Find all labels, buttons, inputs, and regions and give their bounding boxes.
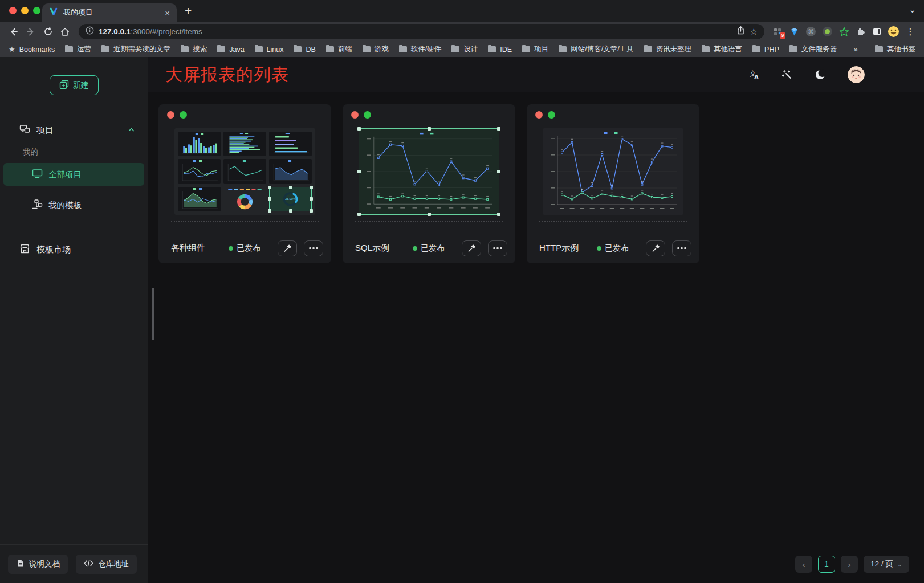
- bookmark-folder[interactable]: 网站/博客/文章/工具: [553, 44, 638, 54]
- sidebar-item-template-market[interactable]: 模板市场: [0, 237, 148, 263]
- page-size-select[interactable]: 12 / 页 ⌄: [864, 556, 909, 573]
- project-card[interactable]: SQL示例 已发布: [343, 104, 515, 263]
- reload-button[interactable]: [40, 24, 56, 40]
- site-info-icon[interactable]: [86, 26, 94, 37]
- bookmarks-manager[interactable]: ★ Bookmarks: [3, 45, 60, 54]
- status-dot: [413, 246, 417, 251]
- macos-close-button[interactable]: [9, 7, 17, 14]
- macos-minimize-button[interactable]: [21, 7, 29, 14]
- macos-zoom-button[interactable]: [33, 7, 40, 14]
- edit-button[interactable]: [646, 240, 665, 256]
- extension-gem-icon[interactable]: [787, 24, 802, 39]
- selection-handle[interactable]: [310, 209, 313, 213]
- bookmark-folder[interactable]: Java: [212, 46, 249, 54]
- scrollbar-thumb[interactable]: [152, 288, 154, 340]
- folder-icon: [559, 46, 567, 52]
- sidebar-group-projects[interactable]: 项目: [0, 117, 148, 142]
- pagination: ‹ 1 › 12 / 页 ⌄: [795, 556, 909, 573]
- bookmark-folder[interactable]: 设计: [446, 44, 483, 54]
- tab-close-icon[interactable]: ×: [165, 9, 170, 17]
- next-page-button[interactable]: ›: [841, 556, 858, 573]
- chevron-up-icon[interactable]: [128, 125, 135, 135]
- folder-icon: [702, 46, 710, 52]
- bookmark-folder[interactable]: 文件服务器: [784, 44, 842, 54]
- selection-handle[interactable]: [310, 197, 313, 201]
- bookmark-folder[interactable]: Linux: [250, 46, 289, 54]
- folder-icon: [752, 46, 760, 52]
- project-thumbnail[interactable]: [543, 128, 683, 215]
- selection-handle[interactable]: [268, 209, 271, 213]
- more-button[interactable]: [304, 240, 323, 256]
- bookmarks-overflow-icon[interactable]: »: [849, 45, 862, 54]
- project-thumbnail[interactable]: 25.00%: [174, 128, 315, 215]
- forward-button[interactable]: [23, 24, 39, 40]
- address-bar[interactable]: 127.0.0.1:3000/#/project/items ☆: [79, 24, 764, 39]
- bookmark-folder[interactable]: PHP: [747, 46, 784, 54]
- bookmark-folder[interactable]: DB: [288, 46, 320, 54]
- project-card[interactable]: 25.00% 各种组件 已发布: [158, 104, 331, 263]
- prev-page-button[interactable]: ‹: [795, 556, 812, 573]
- selection-handle[interactable]: [268, 186, 271, 189]
- bookmark-folder[interactable]: 项目: [517, 44, 553, 54]
- docs-button[interactable]: 说明文档: [8, 555, 68, 574]
- selection-handle[interactable]: [428, 127, 431, 131]
- mini-chart-area1: [269, 159, 312, 184]
- bookmark-folder[interactable]: 游戏: [357, 44, 394, 54]
- other-bookmarks[interactable]: 其他书签: [870, 44, 921, 54]
- selection-handle[interactable]: [357, 213, 361, 216]
- profile-avatar[interactable]: [886, 24, 901, 39]
- tab-search-chevron-icon[interactable]: ⌄: [909, 5, 916, 15]
- bookmark-folder[interactable]: 资讯未整理: [639, 44, 697, 54]
- extension-grid-icon[interactable]: 9: [770, 24, 785, 39]
- bookmark-star-icon[interactable]: ☆: [750, 27, 758, 37]
- magic-wand-icon[interactable]: [781, 69, 793, 80]
- sidebar-item-my-templates[interactable]: 我的模板: [0, 194, 148, 217]
- bookmark-folder[interactable]: 软件/硬件: [394, 44, 446, 54]
- bookmark-folder[interactable]: 其他语言: [697, 44, 747, 54]
- selection-handle[interactable]: [428, 213, 431, 216]
- back-button[interactable]: [6, 24, 22, 40]
- selection-handle[interactable]: [497, 127, 500, 131]
- browser-tab[interactable]: 我的项目 ×: [42, 3, 177, 22]
- selection-handle[interactable]: [357, 170, 361, 173]
- selection-handle[interactable]: [268, 197, 271, 201]
- svg-text:A: A: [754, 74, 759, 80]
- home-button[interactable]: [57, 24, 73, 40]
- extension-command-icon[interactable]: ⌘: [803, 24, 819, 39]
- selection-handle[interactable]: [310, 186, 313, 189]
- selection-handle[interactable]: [497, 170, 500, 173]
- language-icon[interactable]: 文A: [747, 69, 760, 80]
- extension-dot-icon[interactable]: [820, 24, 835, 39]
- dark-mode-moon-icon[interactable]: [815, 69, 826, 80]
- bookmarks-bar: ★ Bookmarks 运营近期需要读的文章搜索JavaLinuxDB前端游戏软…: [0, 42, 924, 57]
- bookmark-folder[interactable]: 近期需要读的文章: [96, 44, 176, 54]
- bookmark-folder[interactable]: 搜索: [176, 44, 212, 54]
- storefront-icon: [19, 243, 30, 256]
- bookmark-folder[interactable]: 前端: [321, 44, 357, 54]
- bookmark-folder[interactable]: 运营: [60, 44, 96, 54]
- more-button[interactable]: [672, 240, 691, 256]
- user-avatar[interactable]: [848, 66, 865, 83]
- template-blocks-icon: [32, 199, 43, 211]
- selection-handle[interactable]: [289, 186, 292, 189]
- more-button[interactable]: [488, 240, 507, 256]
- current-page-button[interactable]: 1: [818, 556, 835, 573]
- browser-menu-icon[interactable]: ⋮: [902, 24, 918, 40]
- bookmark-folder[interactable]: IDE: [483, 46, 517, 54]
- selection-handle[interactable]: [497, 213, 500, 216]
- repo-button[interactable]: 仓库地址: [76, 555, 137, 574]
- sidebar-item-all-projects[interactable]: 全部项目: [3, 163, 144, 186]
- project-thumbnail[interactable]: [359, 128, 499, 215]
- sidebar-footer: 说明文档 仓库地址: [0, 544, 148, 583]
- extensions-puzzle-icon[interactable]: [853, 24, 868, 39]
- selection-handle[interactable]: [357, 127, 361, 131]
- extension-star-icon[interactable]: [836, 24, 852, 39]
- edit-button[interactable]: [278, 240, 297, 256]
- edit-button[interactable]: [462, 240, 481, 256]
- project-card[interactable]: HTTP示例 已发布: [527, 104, 699, 263]
- share-icon[interactable]: [736, 26, 746, 38]
- new-tab-button[interactable]: +: [185, 4, 192, 18]
- new-project-button[interactable]: 新建: [50, 75, 99, 95]
- sidebar-toggle-icon[interactable]: [869, 24, 885, 39]
- selection-handle[interactable]: [289, 209, 292, 213]
